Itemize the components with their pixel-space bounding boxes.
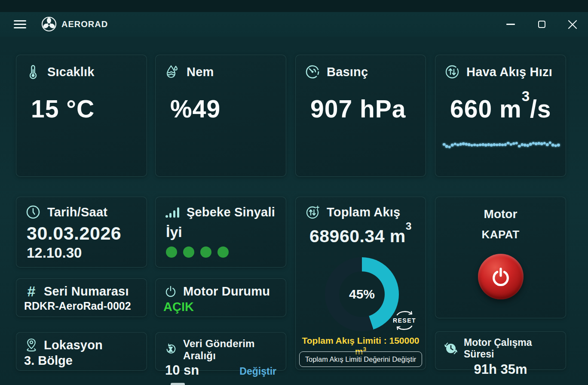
reset-arrows-icon [392,310,417,317]
total-flow-icon [304,204,321,220]
card-motor-control: Motor KAPAT [435,197,566,318]
card-datetime: Tarih/Saat 30.03.2026 12.10.30 [16,197,147,268]
card-temperature: Sıcaklık 15 °C [16,55,147,177]
reset-arrows-icon [392,324,417,331]
menu-button[interactable] [14,18,28,30]
airflow-sparkline [444,139,558,150]
card-title: Şebeke Sinyali [187,205,275,219]
airflow-icon [444,64,460,80]
card-serial-number: # Seri Numarası RDKR-AeroRad-0002 [16,278,147,317]
reset-label: RESET [393,317,416,324]
hamburger-icon [14,20,26,22]
card-title: Motor Durumu [183,284,270,299]
minimize-icon [506,24,515,25]
card-signal: Şebeke Sinyali İyi [155,197,286,268]
card-title: Toplam Akış [327,205,400,219]
card-motor-status: Motor Durumu AÇIK [155,278,286,317]
close-icon [567,19,578,30]
serial-number-value: RDKR-AeroRad-0002 [24,300,139,312]
window-top-strip [0,0,588,12]
offscreen-element-sliver [171,383,185,385]
card-total-flow: Toplam Akış 68960.34 m3 45% RESET Toplam… [295,197,426,370]
change-flow-limit-button[interactable]: Toplam Akış Limiti Değerini Değiştir [299,351,422,367]
hourglass-refresh-icon [163,342,178,357]
gauge-icon [304,64,321,80]
signal-status: İyi [164,224,277,240]
card-airflow: Hava Akış Hızı 660 m3/s [435,55,566,177]
reset-button[interactable]: RESET [390,310,419,331]
location-value: 3. Bölge [24,354,139,368]
card-title: Lokasyon [44,338,103,352]
card-title: Basınç [327,65,368,79]
thermometer-icon [25,64,41,80]
donut-percent-label: 45% [349,287,375,302]
signal-strength-dots [164,246,277,258]
time-value: 12.10.30 [25,245,138,261]
signal-bars-icon [164,204,181,220]
app-name: AERORAD [61,19,108,29]
card-title: Tarih/Saat [47,205,107,219]
card-title: Sıcaklık [47,65,95,79]
runtime-clock-icon [443,341,459,356]
runtime-value: 91h 35m [443,362,558,377]
clock-icon [25,204,41,220]
card-title: Nem [187,65,214,79]
power-icon [490,265,512,288]
card-title: Motor Çalışma Süresi [464,337,558,360]
humidity-icon [164,64,181,80]
minimize-button[interactable] [495,12,526,37]
motor-title: Motor [444,207,557,221]
card-location: Lokasyon 3. Bölge [16,332,147,371]
total-flow-value: 68960.34 m3 [296,226,426,246]
card-pressure: Basınç 907 hPa [295,55,426,177]
card-send-interval: Veri Gönderim Aralığı 10 sn Değiştir [155,332,286,371]
card-humidity: Nem %49 [155,55,286,177]
airflow-value: 660 m3/s [444,95,557,123]
app-brand: AERORAD [40,15,108,34]
fan-logo-icon [40,15,58,34]
card-title: Seri Numarası [44,284,129,299]
hash-icon: # [24,284,39,299]
maximize-button[interactable] [526,12,557,37]
pressure-value: 907 hPa [304,95,417,123]
motor-status-value: AÇIK [163,300,278,314]
temperature-value: 15 °C [25,95,138,123]
window-controls [495,12,588,37]
card-motor-runtime: Motor Çalışma Süresi 91h 35m [435,331,566,370]
maximize-icon [538,21,545,28]
motor-action-label: KAPAT [444,228,557,241]
location-pin-icon [24,338,39,352]
power-outline-icon [163,284,178,299]
card-title: Veri Gönderim Aralığı [183,338,278,362]
app-window: AERORAD Sı [0,0,588,385]
change-interval-button[interactable]: Değiştir [239,366,276,377]
card-title: Hava Akış Hızı [466,65,552,79]
close-button[interactable] [557,12,588,37]
interval-value: 10 sn [165,363,199,378]
titlebar: AERORAD [0,12,588,37]
motor-power-button[interactable] [478,254,524,299]
total-flow-donut: 45% [325,257,399,331]
date-value: 30.03.2026 [25,223,138,244]
humidity-value: %49 [164,95,277,123]
